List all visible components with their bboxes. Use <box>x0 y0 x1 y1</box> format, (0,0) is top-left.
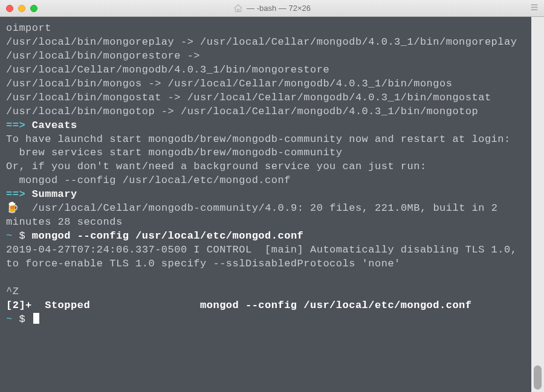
window-controls <box>0 5 37 12</box>
cursor <box>33 313 39 324</box>
output-line: /usr/local/bin/mongorestore -> /usr/loca… <box>6 50 525 77</box>
prompt-symbol: $ <box>13 230 32 242</box>
ctrl-z: ^Z <box>6 285 525 299</box>
section-arrow: ==> <box>6 188 25 200</box>
window-title: — -bash — 72×26 <box>0 4 544 13</box>
section-arrow: ==> <box>6 120 25 131</box>
prompt-cwd: ~ <box>6 230 13 242</box>
terminal-window: — -bash — 72×26 oimport /usr/local/bin/m… <box>0 0 544 392</box>
home-icon <box>233 4 243 13</box>
terminal-content[interactable]: oimport /usr/local/bin/mongoreplay -> /u… <box>0 17 531 392</box>
minimize-window-button[interactable] <box>18 5 25 12</box>
prompt-symbol: $ <box>13 313 32 325</box>
summary-text: /usr/local/Cellar/mongodb-community/4.0.… <box>6 202 504 228</box>
user-command: mongod --config /usr/local/etc/mongod.co… <box>32 230 303 242</box>
section-header: ==> Summary <box>6 188 525 202</box>
beer-icon: 🍺 <box>6 202 19 216</box>
output-line: mongod --config /usr/local/etc/mongod.co… <box>6 174 525 188</box>
scrollbar-track[interactable] <box>531 17 544 392</box>
output-line: brew services start mongodb/brew/mongodb… <box>6 146 525 160</box>
menu-icon[interactable] <box>529 3 539 11</box>
section-title: Caveats <box>25 120 77 131</box>
maximize-window-button[interactable] <box>30 5 37 12</box>
output-line: /usr/local/bin/mongotop -> /usr/local/Ce… <box>6 105 525 119</box>
prompt-line[interactable]: ~ $ <box>6 313 525 327</box>
output-line: oimport <box>6 22 525 36</box>
output-line: Or, if you don't want/need a background … <box>6 160 525 174</box>
output-line: 2019-04-27T07:24:06.337-0500 I CONTROL [… <box>6 243 525 271</box>
titlebar[interactable]: — -bash — 72×26 <box>0 0 544 17</box>
scrollbar-thumb[interactable] <box>534 365 542 390</box>
close-window-button[interactable] <box>6 5 13 12</box>
section-header: ==> Caveats <box>6 119 525 133</box>
output-line: /usr/local/bin/mongos -> /usr/local/Cell… <box>6 77 525 91</box>
blank-line <box>6 271 525 285</box>
job-stopped-line: [2]+ Stopped mongod --config /usr/local/… <box>6 299 525 313</box>
output-line: 🍺 /usr/local/Cellar/mongodb-community/4.… <box>6 202 525 230</box>
prompt-cwd: ~ <box>6 313 13 325</box>
section-title: Summary <box>25 188 77 200</box>
output-line: /usr/local/bin/mongostat -> /usr/local/C… <box>6 91 525 105</box>
prompt-line: ~ $ mongod --config /usr/local/etc/mongo… <box>6 230 525 243</box>
output-line: /usr/local/bin/mongoreplay -> /usr/local… <box>6 36 525 50</box>
window-title-text: — -bash — 72×26 <box>247 4 311 13</box>
output-line: To have launchd start mongodb/brew/mongo… <box>6 133 525 147</box>
